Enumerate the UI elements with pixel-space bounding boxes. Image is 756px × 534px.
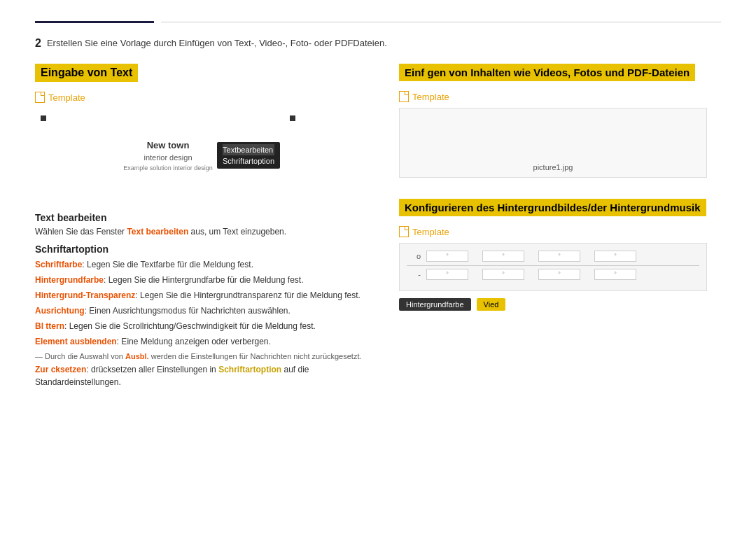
two-col-layout: Eingabe von Text Template New town inter… bbox=[35, 64, 721, 391]
option-ausrichtung: Ausrichtung: Einen Ausrichtungsmodus für… bbox=[35, 304, 371, 317]
opt-text-ausrichtung: : Einen Ausrichtungsmodus für Nachrichte… bbox=[85, 306, 290, 316]
sub-heading-2: Schriftartoption bbox=[35, 244, 371, 255]
option-schriftfarbe: Schriftfarbe: Legen Sie die Textfarbe fü… bbox=[35, 258, 371, 271]
anchor-top-left bbox=[41, 115, 46, 121]
right-section-1: Einf gen von Inhalten wie Videos, Fotos … bbox=[399, 64, 721, 178]
opt-label-ausrichtung: Ausrichtung bbox=[35, 306, 85, 316]
popup-menu[interactable]: Textbearbeiten Schriftartoption bbox=[217, 142, 280, 169]
page-container: 2 Erstellen Sie eine Vorlage durch Einfü… bbox=[0, 0, 756, 412]
option-ausblenden: Element ausblenden: Eine Meldung anzeige… bbox=[35, 335, 371, 348]
right-template-label-2: Template bbox=[412, 227, 449, 237]
bg-grid: o ° ° ° ° - ° ° bbox=[399, 243, 707, 291]
bg-row1-label: o bbox=[407, 252, 421, 260]
bg-row2-label: - bbox=[407, 270, 421, 279]
sub-desc-1: Wählen Sie das Fenster Text bearbeiten a… bbox=[35, 227, 371, 237]
opt-label-hintergrundfarbe: Hintergrundfarbe bbox=[35, 275, 104, 285]
right-template-file-icon-1 bbox=[399, 91, 409, 102]
bg-separator bbox=[407, 265, 699, 266]
popup-menu-item-font[interactable]: Schriftartoption bbox=[223, 155, 274, 167]
option-transparenz: Hintergrund-Transparenz: Legen Sie die H… bbox=[35, 289, 371, 302]
bg-cell-2-2: ° bbox=[482, 269, 524, 280]
right-column: Einf gen von Inhalten wie Videos, Fotos … bbox=[399, 64, 721, 391]
template-label-left: Template bbox=[48, 92, 85, 103]
preview-subline: interior design bbox=[144, 153, 192, 162]
right-template-label-1: Template bbox=[412, 92, 449, 102]
preview-tag: Example solution interior design bbox=[123, 164, 213, 171]
left-column: Eingabe von Text Template New town inter… bbox=[35, 64, 371, 391]
right-section-heading-1: Einf gen von Inhalten wie Videos, Fotos … bbox=[399, 64, 695, 81]
sub-desc-1-part1: Wählen Sie das Fenster bbox=[35, 227, 127, 237]
hintergrundfarbe-button[interactable]: Hintergrundfarbe bbox=[399, 298, 471, 311]
option-hintergrundfarbe: Hintergrundfarbe: Legen Sie die Hintergr… bbox=[35, 274, 371, 286]
right-section-2: Konfigurieren des Hintergrundbildes/der … bbox=[399, 199, 721, 311]
step-number: 2 bbox=[35, 37, 41, 50]
popup-menu-item-edit[interactable]: Textbearbeiten bbox=[223, 144, 274, 155]
picture-filename: picture1.jpg bbox=[533, 163, 573, 171]
template-file-icon bbox=[35, 92, 45, 103]
preview-headline: New town bbox=[147, 140, 190, 150]
right-template-item-2: Template bbox=[399, 226, 721, 237]
opt-label-zuruecksetzen: Zur cksetzen bbox=[35, 365, 86, 374]
bg-cell-2-3: ° bbox=[538, 269, 580, 280]
top-dividers bbox=[35, 21, 721, 23]
note-text: — Durch die Auswahl von bbox=[35, 352, 125, 360]
text-preview-box: New town interior design Example solutio… bbox=[35, 110, 301, 201]
bg-cell-2-1: ° bbox=[426, 269, 468, 280]
opt-label-blattern: Bl ttern bbox=[35, 321, 64, 331]
note-line: — Durch die Auswahl von Ausbl. werden di… bbox=[35, 352, 371, 360]
sub-desc-highlight: Text bearbeiten bbox=[127, 227, 188, 237]
bg-button-row: Hintergrundfarbe Vied bbox=[399, 298, 721, 311]
divider-dark bbox=[35, 21, 154, 23]
step-row: 2 Erstellen Sie eine Vorlage durch Einfü… bbox=[35, 37, 721, 50]
opt-text-blattern: : Legen Sie die Scrollrichtung/Geschwind… bbox=[64, 321, 316, 331]
text-preview-inner: New town interior design Example solutio… bbox=[123, 140, 213, 171]
option-zuruecksetzen: Zur cksetzen: drücksetzen aller Einstell… bbox=[35, 363, 371, 388]
bg-cell-1-2: ° bbox=[482, 251, 524, 262]
note-bold: Ausbl. bbox=[125, 352, 149, 360]
right-template-file-icon-2 bbox=[399, 226, 409, 237]
option-blattern: Bl ttern: Legen Sie die Scrollrichtung/G… bbox=[35, 320, 371, 332]
opt-text-schriftfarbe: : Legen Sie die Textfarbe für die Meldun… bbox=[82, 260, 253, 269]
bg-cell-2-4: ° bbox=[594, 269, 636, 280]
bg-grid-row-2: - ° ° ° ° bbox=[407, 269, 699, 280]
opt-text-ausblenden: : Eine Meldung anzeigen oder verbergen. bbox=[117, 337, 271, 346]
anchor-top-right bbox=[290, 115, 295, 121]
sub-desc-1-part2: aus, um Text einzugeben. bbox=[188, 227, 286, 237]
opt-label-schriftfarbe: Schriftfarbe bbox=[35, 260, 82, 269]
left-section-heading: Eingabe von Text bbox=[35, 64, 138, 82]
bg-cell-1-4: ° bbox=[594, 251, 636, 262]
right-section-heading-2: Konfigurieren des Hintergrundbildes/der … bbox=[399, 199, 706, 216]
sub-heading-1: Text bearbeiten bbox=[35, 212, 371, 223]
opt-label-ausblenden: Element ausblenden bbox=[35, 337, 117, 346]
divider-light bbox=[161, 22, 721, 22]
bg-cell-1-3: ° bbox=[538, 251, 580, 262]
vied-button[interactable]: Vied bbox=[477, 298, 506, 311]
bg-cell-1-1: ° bbox=[426, 251, 468, 262]
bg-row1-cells: ° ° ° ° bbox=[426, 251, 636, 262]
opt-text-transparenz: : Legen Sie die Hintergrundtransparenz f… bbox=[135, 290, 360, 300]
right-preview-box-1: picture1.jpg bbox=[399, 108, 707, 178]
bg-grid-row-1: o ° ° ° ° bbox=[407, 251, 699, 262]
opt-text-hintergrundfarbe: : Legen Sie die Hintergrundfarbe für die… bbox=[104, 275, 304, 285]
opt-label-schriftartoption: Schriftartoption bbox=[218, 365, 281, 374]
opt-label-transparenz: Hintergrund-Transparenz bbox=[35, 290, 135, 300]
opt-text-zuruecksetzen: : drücksetzen aller Einstellungen in bbox=[86, 365, 218, 374]
note-text2: werden die Einstellungen für Nachrichten… bbox=[149, 352, 362, 360]
step-description: Erstellen Sie eine Vorlage durch Einfüge… bbox=[47, 37, 387, 48]
bg-row2-cells: ° ° ° ° bbox=[426, 269, 636, 280]
template-item-left: Template bbox=[35, 92, 371, 103]
right-template-item-1: Template bbox=[399, 91, 721, 102]
